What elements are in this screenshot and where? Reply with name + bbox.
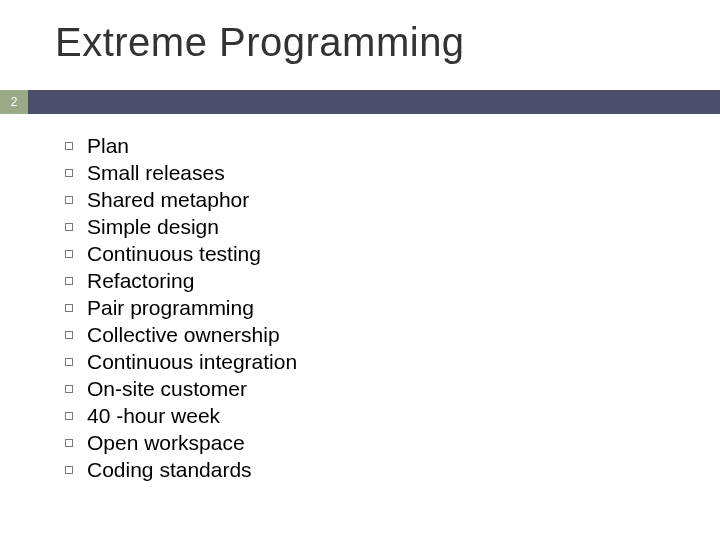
list-item-label: Small releases [87, 159, 225, 186]
list-item-label: Coding standards [87, 456, 252, 483]
list-item-label: Open workspace [87, 429, 245, 456]
header-bar-fill [28, 90, 720, 114]
list-item-label: Pair programming [87, 294, 254, 321]
square-bullet-icon [65, 466, 73, 474]
list-item-label: Simple design [87, 213, 219, 240]
list-item: Open workspace [65, 429, 297, 456]
list-item-label: Continuous testing [87, 240, 261, 267]
square-bullet-icon [65, 412, 73, 420]
slide: Extreme Programming 2 Plan Small release… [0, 0, 720, 540]
page-number-box: 2 [0, 90, 28, 114]
list-item: On-site customer [65, 375, 297, 402]
slide-title: Extreme Programming [55, 20, 465, 65]
list-item: Continuous integration [65, 348, 297, 375]
list-item: Small releases [65, 159, 297, 186]
list-item-label: On-site customer [87, 375, 247, 402]
list-item: 40 -hour week [65, 402, 297, 429]
square-bullet-icon [65, 277, 73, 285]
list-item: Simple design [65, 213, 297, 240]
list-item-label: 40 -hour week [87, 402, 220, 429]
square-bullet-icon [65, 358, 73, 366]
bullet-list: Plan Small releases Shared metaphor Simp… [65, 132, 297, 483]
square-bullet-icon [65, 142, 73, 150]
list-item: Coding standards [65, 456, 297, 483]
square-bullet-icon [65, 439, 73, 447]
list-item-label: Plan [87, 132, 129, 159]
list-item: Continuous testing [65, 240, 297, 267]
square-bullet-icon [65, 304, 73, 312]
list-item: Collective ownership [65, 321, 297, 348]
list-item-label: Collective ownership [87, 321, 280, 348]
square-bullet-icon [65, 331, 73, 339]
square-bullet-icon [65, 196, 73, 204]
square-bullet-icon [65, 169, 73, 177]
list-item-label: Refactoring [87, 267, 194, 294]
list-item: Refactoring [65, 267, 297, 294]
list-item: Plan [65, 132, 297, 159]
square-bullet-icon [65, 250, 73, 258]
square-bullet-icon [65, 385, 73, 393]
list-item-label: Continuous integration [87, 348, 297, 375]
header-bar: 2 [0, 90, 720, 114]
square-bullet-icon [65, 223, 73, 231]
list-item-label: Shared metaphor [87, 186, 249, 213]
list-item: Shared metaphor [65, 186, 297, 213]
list-item: Pair programming [65, 294, 297, 321]
